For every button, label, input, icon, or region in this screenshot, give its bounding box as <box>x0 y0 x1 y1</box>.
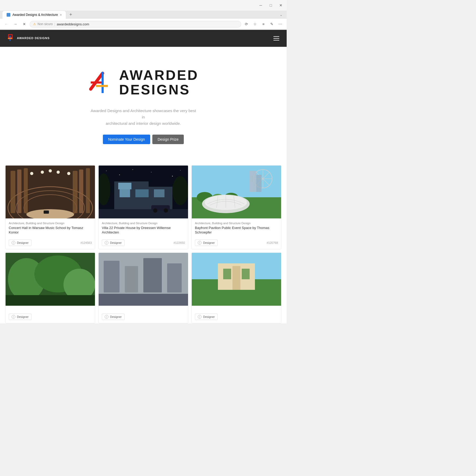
card-1-title: Concert Hall in Warsaw Music School by T… <box>9 226 92 235</box>
extensions-button[interactable]: ⟳ <box>243 20 250 28</box>
svg-rect-17 <box>86 168 90 213</box>
address-bar[interactable]: ⚠ Non sicuro | awardeddesigns.com <box>30 21 241 28</box>
browser-chrome: ─ □ ✕ Awarded Designs & Architecture × +… <box>0 0 287 30</box>
card-5-image <box>99 253 188 306</box>
svg-rect-67 <box>104 261 120 292</box>
card-1-designer-label: Designer <box>17 241 29 244</box>
back-button[interactable]: ← <box>3 20 10 28</box>
card-4-image <box>6 253 95 306</box>
card-1-info-icon: i <box>12 241 15 245</box>
svg-rect-39 <box>118 183 131 189</box>
browser-minimize-icon[interactable]: ⌄ <box>278 12 285 18</box>
card-2-designer-label: Designer <box>110 241 122 244</box>
header-logo-line2: DESIGNS <box>35 36 50 40</box>
svg-rect-15 <box>73 171 77 213</box>
card-5-designer-button[interactable]: i Designer <box>102 314 125 320</box>
card-6-info-icon: i <box>198 315 202 319</box>
non-secure-label: Non sicuro <box>38 22 53 26</box>
svg-rect-14 <box>24 168 28 213</box>
cards-grid: Architecture, Building and Structure Des… <box>5 165 281 323</box>
cards-section: Architecture, Building and Structure Des… <box>0 160 287 323</box>
nominate-button[interactable]: Nominate Your Design <box>103 135 150 144</box>
card-1-category: Architecture, Building and Structure Des… <box>9 222 92 225</box>
card-1-footer: i Designer #124563 <box>9 237 92 246</box>
card-2-body: Architecture, Building and Structure Des… <box>99 218 188 249</box>
svg-rect-75 <box>223 269 231 279</box>
card-6-image <box>192 253 281 306</box>
hamburger-line-1 <box>273 36 279 37</box>
website-content: AWARDED DESIGNS AWARDED <box>0 30 287 323</box>
restore-button[interactable]: □ <box>267 2 274 9</box>
notes-button[interactable]: ✎ <box>268 20 276 28</box>
card-1-id: #124563 <box>80 241 92 244</box>
refresh-button[interactable]: ✕ <box>21 20 28 28</box>
svg-point-31 <box>180 170 181 171</box>
card-2-category: Architecture, Building and Structure Des… <box>102 222 185 225</box>
hero-logo-icon <box>88 68 117 97</box>
close-window-button[interactable]: ✕ <box>277 2 285 9</box>
svg-rect-68 <box>125 266 138 292</box>
svg-rect-36 <box>120 189 130 197</box>
collections-button[interactable]: ≡ <box>260 20 267 28</box>
card-6-footer: i Designer <box>195 312 278 320</box>
card-2-image <box>99 166 188 218</box>
card-4: i Designer <box>5 253 95 323</box>
card-6-designer-label: Designer <box>203 315 215 318</box>
card-4-designer-label: Designer <box>17 315 29 318</box>
svg-point-43 <box>164 208 168 213</box>
card-4-designer-button[interactable]: i Designer <box>9 314 31 320</box>
hamburger-menu-button[interactable] <box>272 35 280 42</box>
header-logo[interactable]: AWARDED DESIGNS <box>6 34 50 43</box>
card-2-title: Villa 22 Private House by Dreessen Wille… <box>102 226 185 235</box>
svg-point-26 <box>106 171 107 171</box>
card-6-designer-button[interactable]: i Designer <box>195 314 218 320</box>
svg-point-22 <box>49 169 52 172</box>
hero-tagline-line2: architectural and interior design worldw… <box>106 121 181 126</box>
new-tab-button[interactable]: + <box>67 11 74 19</box>
card-3-info-icon: i <box>198 241 202 245</box>
tab-favicon <box>7 13 10 17</box>
site-header: AWARDED DESIGNS <box>0 30 287 47</box>
hamburger-line-3 <box>273 40 279 40</box>
more-tools-button[interactable]: ⋯ <box>277 20 284 28</box>
hero-tagline: Awarded Designs and Architecture showcas… <box>90 108 196 127</box>
svg-point-20 <box>30 172 33 175</box>
header-logo-line1: AWARDED <box>17 36 34 40</box>
svg-point-30 <box>172 176 173 177</box>
hero-section: AWARDED DESIGNS Awarded Designs and Arch… <box>0 47 287 160</box>
card-1-designer-button[interactable]: i Designer <box>9 240 31 246</box>
card-2-info-icon: i <box>105 241 108 245</box>
card-5-body: i Designer <box>99 306 188 323</box>
card-3-title: Bayfront Pavilion Public Event Space by … <box>195 226 278 235</box>
header-logo-text: AWARDED DESIGNS <box>17 36 50 40</box>
hero-buttons: Nominate Your Design Design Prize <box>103 135 184 144</box>
svg-rect-37 <box>135 189 149 197</box>
card-6-body: i Designer <box>192 306 281 323</box>
active-tab[interactable]: Awarded Designs & Architecture × <box>2 11 66 19</box>
svg-point-28 <box>132 169 133 170</box>
card-3-designer-button[interactable]: i Designer <box>195 240 218 246</box>
svg-rect-69 <box>143 258 162 292</box>
minimize-button[interactable]: ─ <box>257 2 264 9</box>
card-3: Architecture, Building and Structure Des… <box>191 165 281 249</box>
hero-logo: AWARDED DESIGNS <box>88 68 199 97</box>
svg-rect-38 <box>154 189 164 197</box>
tab-close-button[interactable]: × <box>60 13 62 16</box>
card-5-info-icon: i <box>105 315 108 319</box>
svg-point-21 <box>41 171 44 174</box>
svg-rect-65 <box>6 295 95 306</box>
url-display[interactable]: awardeddesigns.com <box>57 22 238 26</box>
favorites-button[interactable]: ☆ <box>251 20 259 28</box>
hero-logo-line2: DESIGNS <box>119 83 199 97</box>
forward-button[interactable]: → <box>12 20 19 28</box>
card-4-body: i Designer <box>6 306 95 323</box>
design-prize-button[interactable]: Design Prize <box>152 135 184 144</box>
card-4-info-icon: i <box>12 315 15 319</box>
card-5: i Designer <box>98 253 188 323</box>
svg-point-42 <box>153 208 157 213</box>
title-bar: ─ □ ✕ <box>0 0 287 11</box>
card-2-designer-button[interactable]: i Designer <box>102 240 125 246</box>
card-3-body: Architecture, Building and Structure Des… <box>192 218 281 249</box>
card-3-image <box>192 166 281 218</box>
card-5-designer-label: Designer <box>110 315 122 318</box>
